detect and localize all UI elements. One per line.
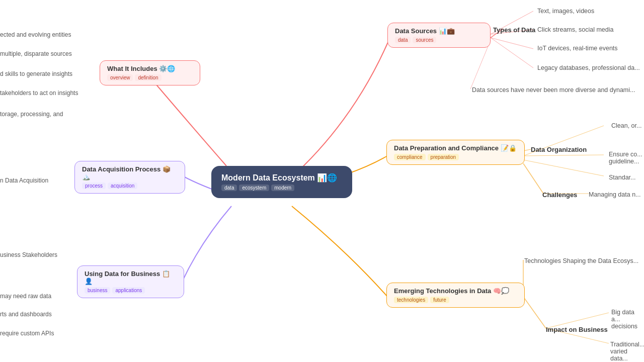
data-prep-title: Data Preparation and Compliance 📝🔒	[394, 144, 517, 152]
connected-evolving-label: ected and evolving entities	[0, 31, 71, 38]
mindmap-canvas: Modern Data Ecosystem 📊🌐 data ecosystem …	[0, 0, 644, 362]
center-node-tags: data ecosystem modern	[221, 185, 342, 191]
click-streams-label: Click streams, social media	[537, 26, 613, 33]
svg-line-0	[491, 11, 533, 34]
center-node[interactable]: Modern Data Ecosystem 📊🌐 data ecosystem …	[211, 166, 352, 198]
what-includes-node[interactable]: What It Includes ⚙️🌐 overview definition	[100, 60, 200, 85]
tag-future: future	[430, 297, 449, 303]
tag-modern: modern	[271, 185, 294, 191]
biz-stakeholders-label: usiness Stakeholders	[0, 251, 57, 258]
tag-applications: applications	[112, 287, 145, 294]
using-data-title: Using Data for Business 📋👤	[85, 270, 177, 285]
data-sources-tags: data sources	[395, 37, 483, 43]
tag-process: process	[82, 183, 106, 189]
svg-line-9	[523, 163, 543, 194]
rts-dashboards-label: rts and dashboards	[0, 311, 52, 318]
what-includes-tags: overview definition	[107, 74, 193, 81]
impact-business-label: Impact on Business	[546, 326, 608, 333]
iot-devices-label: IoT devices, real-time events	[537, 45, 618, 52]
data-sources-node[interactable]: Data Sources 📊💼 data sources	[387, 23, 491, 48]
what-includes-title: What It Includes ⚙️🌐	[107, 65, 193, 72]
require-custom-label: require custom APIs	[0, 330, 54, 337]
using-data-tags: business applications	[85, 287, 177, 294]
tag-data: data	[221, 185, 237, 191]
tag-ds-sources: sources	[413, 37, 436, 43]
tag-business: business	[85, 287, 110, 294]
legacy-db-label: Legacy databases, professional da...	[537, 64, 640, 71]
tag-technologies: technologies	[394, 297, 428, 303]
using-data-node[interactable]: Using Data for Business 📋👤 business appl…	[77, 265, 184, 298]
skills-generate-label: d skills to generate insights	[0, 70, 72, 77]
standards-label: Standar...	[609, 174, 636, 181]
ensure-comp-label: Ensure co... guideline...	[609, 151, 644, 165]
managing-data-label: Managing data n...	[589, 191, 641, 198]
data-prep-tags: compliance preparation	[394, 154, 517, 160]
svg-line-6	[523, 126, 604, 156]
data-acq-left-label: n Data Acquisition	[0, 177, 48, 184]
clean-or-label: Clean, or...	[611, 122, 641, 129]
svg-line-2	[491, 38, 533, 49]
svg-line-7	[523, 155, 604, 156]
types-of-data-label: Types of Data	[493, 26, 535, 34]
tech-shaping-label: Technologies Shaping the Data Ecosys...	[524, 257, 638, 264]
svg-line-3	[491, 38, 533, 68]
stakeholders-act-label: takeholders to act on insights	[0, 89, 78, 97]
tag-compliance: compliance	[394, 154, 426, 160]
tag-ds-data: data	[395, 37, 411, 43]
traditional-label: Traditional... varied data...	[610, 341, 644, 362]
data-org-label: Data Organization	[531, 146, 587, 153]
may-need-raw-label: may need raw data	[0, 293, 51, 300]
data-prep-node[interactable]: Data Preparation and Compliance 📝🔒 compl…	[386, 140, 525, 165]
svg-line-8	[523, 160, 604, 176]
svg-line-14	[546, 328, 609, 343]
emerging-tech-node[interactable]: Emerging Technologies in Data 🧠💭 technol…	[386, 283, 525, 308]
tag-preparation: preparation	[428, 154, 459, 160]
big-data-label: Big data a... decisions	[611, 309, 644, 330]
svg-line-13	[546, 313, 609, 328]
data-acquisition-tags: process acquisition	[82, 183, 178, 189]
emerging-tech-title: Emerging Technologies in Data 🧠💭	[394, 287, 517, 295]
tag-ecosystem: ecosystem	[239, 185, 269, 191]
challenges-label: Challenges	[542, 191, 577, 199]
tag-acquisition: acquisition	[108, 183, 137, 189]
text-images-label: Text, images, videos	[537, 8, 594, 15]
data-acquisition-title: Data Acquisition Process 📦🏔️	[82, 165, 178, 180]
tag-definition: definition	[135, 74, 161, 81]
data-sources-note-label: Data sources have never been more divers…	[472, 86, 635, 94]
data-sources-title: Data Sources 📊💼	[395, 27, 483, 35]
center-node-title: Modern Data Ecosystem 📊🌐	[221, 173, 342, 183]
multiple-disparate-label: multiple, disparate sources	[0, 50, 72, 57]
data-acquisition-node[interactable]: Data Acquisition Process 📦🏔️ process acq…	[74, 161, 185, 194]
tag-overview: overview	[107, 74, 133, 81]
emerging-tech-tags: technologies future	[394, 297, 517, 303]
svg-line-1	[491, 30, 533, 34]
storage-processing-label: torage, processing, and	[0, 111, 63, 118]
svg-line-12	[523, 297, 546, 328]
